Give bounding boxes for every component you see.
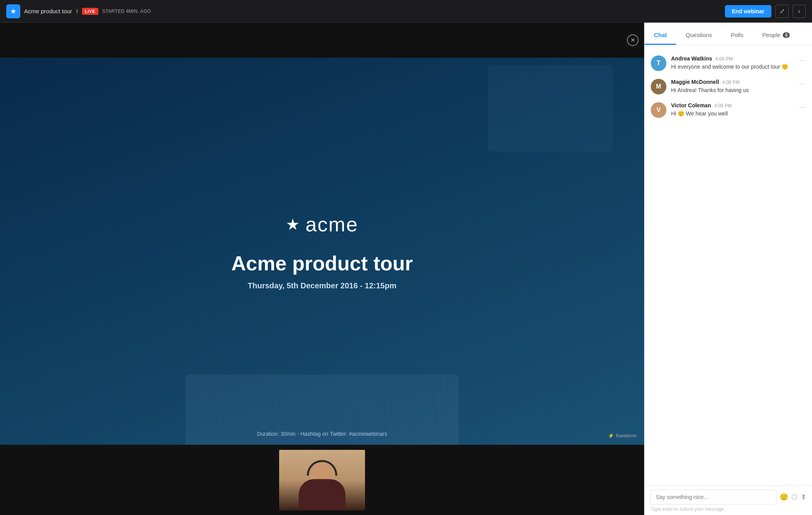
- tab-chat[interactable]: Chat: [645, 32, 676, 45]
- camera-strip: [0, 445, 644, 515]
- chat-input-area: 🙂 ⬡ ⬆ Type enter to submit your message: [645, 485, 812, 515]
- main-layout: ✕ ★ acme Acme product tour Thursday, 5th…: [0, 23, 812, 515]
- message-header: Andrea Watkins 4:06 PM: [671, 55, 806, 62]
- chat-hint: Type enter to submit your message: [650, 506, 807, 512]
- tab-questions[interactable]: Questions: [676, 32, 721, 45]
- close-button[interactable]: ✕: [627, 34, 639, 46]
- message-header: Victor Coleman 4:08 PM: [671, 102, 806, 108]
- slide-content: ★ acme Acme product tour Thursday, 5th D…: [231, 213, 413, 290]
- chat-input[interactable]: [650, 490, 776, 504]
- person-silhouette: [279, 450, 365, 510]
- tab-polls[interactable]: Polls: [721, 32, 753, 45]
- acme-name: acme: [305, 213, 358, 236]
- message-text: Hi 🙂 We hear you well: [671, 110, 806, 118]
- message-body: Andrea Watkins 4:06 PM Hi everyone and w…: [671, 55, 806, 71]
- slide-footer: Duration: 30min - Hashtag on Twitter: #a…: [0, 431, 644, 437]
- tab-questions-label: Questions: [686, 32, 712, 38]
- message-text: Hi Andrea! Thanks for having us: [671, 87, 806, 94]
- tab-people[interactable]: People 5: [753, 32, 799, 45]
- message-time: 4:08 PM: [714, 103, 732, 108]
- live-badge: LIVE: [82, 8, 98, 15]
- livestorm-icon: ⚡: [608, 433, 614, 439]
- chat-message: V Victor Coleman 4:08 PM Hi 🙂 We hear yo…: [645, 98, 812, 122]
- tab-polls-label: Polls: [731, 32, 744, 38]
- acme-star-icon: ★: [286, 215, 300, 233]
- message-header: Maggie McDonnell 4:08 PM: [671, 79, 806, 85]
- top-bar-left: ★ Acme product tour ℹ LIVE STARTED 4MIN.…: [6, 4, 725, 18]
- message-sender: Maggie McDonnell: [671, 79, 719, 85]
- right-panel: Chat Questions Polls People 5 T Andrea W…: [644, 23, 812, 515]
- message-time: 4:08 PM: [722, 80, 740, 85]
- message-time: 4:06 PM: [715, 56, 733, 62]
- avatar: T: [651, 55, 666, 71]
- chat-message: T Andrea Watkins 4:06 PM Hi everyone and…: [645, 52, 812, 75]
- message-more-button[interactable]: ···: [800, 57, 806, 64]
- livestorm-watermark: ⚡ livestorm: [608, 433, 636, 439]
- top-bar: ★ Acme product tour ℹ LIVE STARTED 4MIN.…: [0, 0, 812, 23]
- tabs-bar: Chat Questions Polls People 5: [645, 23, 812, 45]
- message-sender: Victor Coleman: [671, 102, 711, 108]
- slide-area: ★ acme Acme product tour Thursday, 5th D…: [0, 58, 644, 445]
- top-bar-right: End webinar ⤢ ›: [725, 5, 806, 18]
- laptop-bg: [488, 66, 613, 151]
- chat-message: M Maggie McDonnell 4:08 PM Hi Andrea! Th…: [645, 75, 812, 98]
- video-area: ✕ ★ acme Acme product tour Thursday, 5th…: [0, 23, 644, 515]
- message-more-button[interactable]: ···: [800, 104, 806, 111]
- end-webinar-button[interactable]: End webinar: [725, 5, 771, 18]
- chat-messages: T Andrea Watkins 4:06 PM Hi everyone and…: [645, 45, 812, 485]
- avatar: V: [651, 102, 666, 118]
- tab-chat-label: Chat: [654, 32, 667, 38]
- message-text: Hi everyone and welcome to our product t…: [671, 63, 806, 71]
- headphones: [307, 460, 337, 476]
- avatar: M: [651, 79, 666, 94]
- livestorm-text: livestorm: [616, 433, 636, 439]
- more-button[interactable]: ›: [792, 5, 806, 18]
- app-logo: ★: [6, 4, 20, 18]
- slide-date: Thursday, 5th December 2016 - 12:15pm: [231, 281, 413, 290]
- close-bar: ✕: [0, 23, 644, 58]
- camera-feed: [279, 450, 365, 510]
- slide-title: Acme product tour: [231, 252, 413, 275]
- upload-button[interactable]: ⬆: [801, 493, 807, 501]
- attachment-button[interactable]: ⬡: [791, 493, 798, 501]
- info-icon[interactable]: ℹ: [76, 8, 78, 14]
- started-text: STARTED 4MIN. AGO: [102, 9, 151, 14]
- webinar-title: Acme product tour: [24, 8, 72, 14]
- star-icon: ★: [10, 7, 16, 16]
- chat-input-row: 🙂 ⬡ ⬆: [650, 490, 807, 504]
- message-body: Victor Coleman 4:08 PM Hi 🙂 We hear you …: [671, 102, 806, 118]
- message-sender: Andrea Watkins: [671, 55, 712, 62]
- message-body: Maggie McDonnell 4:08 PM Hi Andrea! Than…: [671, 79, 806, 94]
- expand-button[interactable]: ⤢: [775, 5, 789, 18]
- emoji-button[interactable]: 🙂: [780, 493, 788, 501]
- acme-logo: ★ acme: [231, 213, 413, 236]
- tab-people-label: People: [762, 32, 780, 38]
- people-count-badge: 5: [783, 32, 790, 38]
- person-body: [299, 479, 345, 510]
- chat-input-icons: 🙂 ⬡ ⬆: [780, 493, 807, 501]
- message-more-button[interactable]: ···: [800, 80, 806, 87]
